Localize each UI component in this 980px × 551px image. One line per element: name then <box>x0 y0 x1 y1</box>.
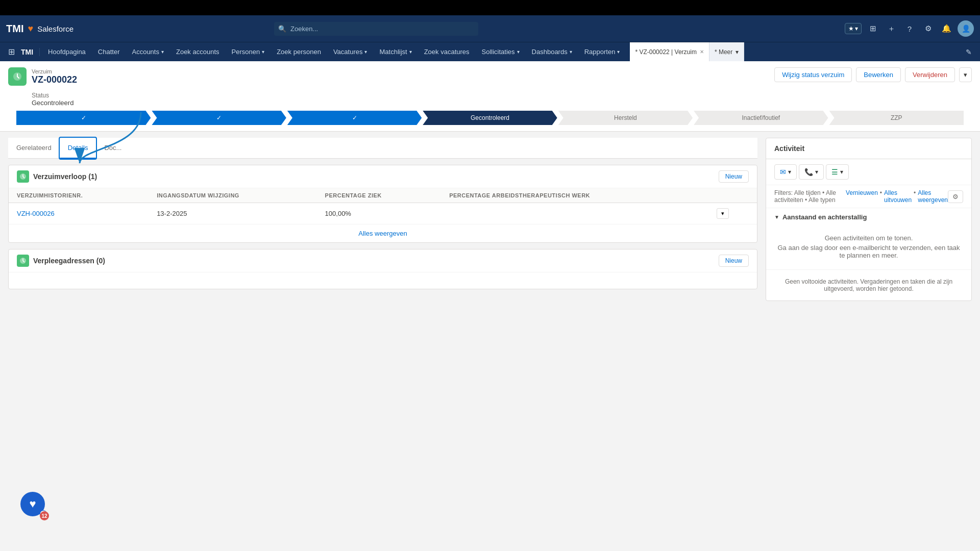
tab-vz000022[interactable]: * VZ-000022 | Verzuim ✕ <box>630 42 709 62</box>
table-header-row: Verzuimhistorienr. Ingangsdatum wijzigin… <box>9 188 757 203</box>
col-actions <box>708 188 757 203</box>
progress-step-3[interactable]: ✓ <box>287 111 422 125</box>
progress-step-gecontroleerd[interactable]: Gecontroleerd <box>423 111 557 125</box>
empty-text2: Ga aan de slag door een e-mailbericht te… <box>774 244 963 259</box>
nav-item-rapporten[interactable]: Rapporten ▾ <box>578 42 626 62</box>
chevron-down-icon: ▾ <box>161 49 164 55</box>
nav-label-vacatures: Vacatures <box>333 48 363 56</box>
nav-label-matchlijst: Matchlijst <box>379 48 407 56</box>
tab-meer[interactable]: * Meer ▾ <box>709 42 744 62</box>
wijzig-status-button[interactable]: Wijzig status verzuim <box>774 67 852 82</box>
verzuimverloop-new-button[interactable]: Nieuw <box>719 170 749 183</box>
verpleegadressen-new-button[interactable]: Nieuw <box>719 255 749 267</box>
status-area: Status Gecontroleerd <box>8 90 972 111</box>
tab-details[interactable]: Details <box>60 138 96 159</box>
separator2: • <box>914 189 916 204</box>
tab-doc[interactable]: Doc... <box>96 138 130 159</box>
gear-icon[interactable]: ⚙ <box>921 21 935 36</box>
nav-label-rapporten: Rapporten <box>584 48 616 56</box>
alles-weergeven-link[interactable]: Alles weergeven <box>918 189 948 204</box>
nav-item-zoek-vacatures[interactable]: Zoek vacatures <box>418 42 476 62</box>
progress-step-2[interactable]: ✓ <box>152 111 286 125</box>
email-button[interactable]: ✉ ▾ <box>774 164 797 180</box>
verzuimverloop-card: Verzuimverloop (1) Nieuw Verzuimhistorie… <box>8 165 757 243</box>
vzh-link[interactable]: VZH-000026 <box>17 210 55 217</box>
nav-item-personen[interactable]: Personen ▾ <box>226 42 271 62</box>
bell-icon[interactable]: 🔔 <box>939 21 953 36</box>
tab-label-gerelateerd: Gerelateerd <box>16 144 52 152</box>
nav-bar: ⊞ TMI Hoofdpagina Chatter Accounts ▾ Zoe… <box>0 42 980 61</box>
verzuimverloop-label: Verzuimverloop (1) <box>33 172 97 181</box>
nav-item-sollicitaties[interactable]: Sollicitaties ▾ <box>476 42 526 62</box>
chevron-down-icon: ▾ <box>409 49 412 55</box>
search-icon: 🔍 <box>278 25 286 33</box>
verzuimverloop-header: Verzuimverloop (1) Nieuw <box>9 165 757 188</box>
progress-step-inactief[interactable]: Inactief/foutief <box>694 111 828 125</box>
step-label-zzp: ZZP <box>891 114 902 121</box>
grid-icon[interactable]: ⊞ <box>866 21 880 36</box>
status-label: Status <box>32 92 972 99</box>
cell-percentage-arbeids <box>441 203 708 224</box>
nav-item-vacatures[interactable]: Vacatures ▾ <box>327 42 374 62</box>
progress-step-zzp[interactable]: ZZP <box>829 111 964 125</box>
tabs: Gerelateerd Details Doc... <box>8 138 757 159</box>
left-panel: Gerelateerd Details Doc... <box>0 132 766 309</box>
header-actions: ★ ▾ ⊞ ＋ ? ⚙ 🔔 👤 <box>845 20 974 37</box>
progress-step-hersteld[interactable]: Hersteld <box>558 111 693 125</box>
nav-label-sollicitaties: Sollicitaties <box>482 48 515 56</box>
phone-button[interactable]: 📞 ▾ <box>799 164 824 180</box>
search-input[interactable] <box>274 22 478 36</box>
cell-row-action: ▾ <box>708 203 757 224</box>
nav-item-dashboards[interactable]: Dashboards ▾ <box>526 42 578 62</box>
nav-grid-icon[interactable]: ⊞ <box>4 47 19 57</box>
activity-footer: Geen voltooide activiteiten. Vergadering… <box>766 269 971 300</box>
col-historienr: Verzuimhistorienr. <box>9 188 149 203</box>
logo-heart-icon: ♥ <box>28 23 33 34</box>
actions-dropdown-button[interactable]: ▾ <box>959 67 972 82</box>
progress-step-1[interactable]: ✓ <box>16 111 151 125</box>
task-icon: ☰ <box>831 168 838 176</box>
tab-label-details: Details <box>68 144 88 152</box>
tabs-area: Gerelateerd Details Doc... <box>8 138 757 159</box>
task-button[interactable]: ☰ ▾ <box>826 164 849 180</box>
close-tab-icon[interactable]: ✕ <box>700 49 704 55</box>
chevron-down-icon: ▾ <box>364 49 367 55</box>
tabs-container: Gerelateerd Details Doc... <box>8 138 757 159</box>
nav-item-matchlijst[interactable]: Matchlijst ▾ <box>373 42 418 62</box>
add-icon[interactable]: ＋ <box>884 21 898 36</box>
cell-ingangsdatum: 13-2-2025 <box>149 203 316 224</box>
nav-edit-icon[interactable]: ✎ <box>962 42 976 62</box>
nav-app-name: TMI <box>19 48 40 56</box>
filters-gear-button[interactable]: ⚙ <box>948 190 963 203</box>
step-label-inactief: Inactief/foutief <box>742 114 780 121</box>
nav-item-hoofdpagina[interactable]: Hoofdpagina <box>42 42 92 62</box>
chevron-down-icon: ▾ <box>570 49 572 55</box>
activity-card: Activiteit ✉ ▾ 📞 ▾ ☰ ▾ Filters: Alle tij… <box>766 138 972 301</box>
verpleegadressen-empty <box>9 272 757 289</box>
nav-item-zoek-accounts[interactable]: Zoek accounts <box>170 42 226 62</box>
tab-gerelateerd[interactable]: Gerelateerd <box>8 138 60 159</box>
check-icon: ✓ <box>352 114 357 121</box>
bewerken-button[interactable]: Bewerken <box>856 67 901 82</box>
separator: • <box>880 189 882 204</box>
app-logo: TMI ♥ Salesforce <box>6 23 88 35</box>
question-icon[interactable]: ? <box>902 21 917 36</box>
vernieuwen-link[interactable]: Vernieuwen <box>846 189 878 204</box>
nav-item-zoek-personen[interactable]: Zoek personen <box>271 42 327 62</box>
footer-text: Geen voltooide activiteiten. Vergadering… <box>774 278 963 292</box>
nav-item-chatter[interactable]: Chatter <box>92 42 126 62</box>
nav-item-accounts[interactable]: Accounts ▾ <box>126 42 169 62</box>
chevron-down-icon: ▾ <box>815 168 818 176</box>
alles-uitvouwen-link[interactable]: Alles uitvouwen <box>884 189 912 204</box>
avatar[interactable]: 👤 <box>958 20 974 37</box>
tab-label-meer: * Meer <box>715 48 732 56</box>
row-dropdown-button[interactable]: ▾ <box>717 208 729 219</box>
show-all-verzuimverloop[interactable]: Alles weergeven <box>9 224 757 242</box>
verpleegadressen-card: Verpleegadressen (0) Nieuw <box>8 249 757 289</box>
activity-empty: Geen activiteiten om te tonen. Ga aan de… <box>766 226 971 269</box>
filter-links: Vernieuwen • Alles uitvouwen • Alles wee… <box>846 189 948 204</box>
record-id: VZ-000022 <box>32 74 77 85</box>
record-name-area: Verzuim VZ-000022 <box>32 68 77 85</box>
verwijderen-button[interactable]: Verwijderen <box>905 67 955 82</box>
favorites-button[interactable]: ★ ▾ <box>845 23 862 34</box>
